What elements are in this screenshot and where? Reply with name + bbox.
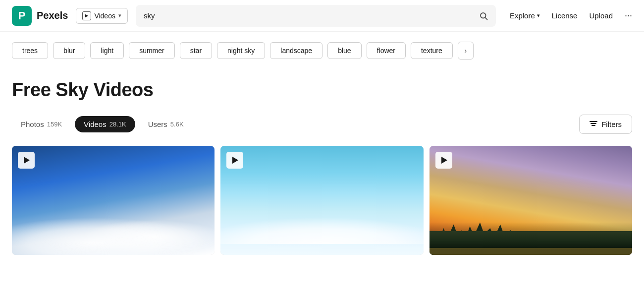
page-title: Free Sky Videos [12, 79, 632, 101]
photos-tab[interactable]: Photos 159K [12, 116, 71, 132]
more-options-button[interactable]: ··· [625, 10, 632, 21]
media-type-dropdown[interactable]: ▶ Videos ▾ [76, 8, 128, 24]
logo-text: Pexels [37, 10, 68, 21]
filters-button[interactable]: Filters [579, 115, 632, 134]
license-link[interactable]: License [552, 11, 578, 20]
filters-label: Filters [601, 120, 622, 128]
main-content: Free Sky Videos Photos 159K Videos 28.1K… [0, 69, 644, 255]
dropdown-chevron-icon: ▾ [118, 12, 121, 19]
logo[interactable]: P Pexels [12, 6, 68, 26]
photos-tab-count: 159K [47, 121, 62, 128]
water-reflection [429, 231, 632, 255]
users-tab-count: 5.6K [170, 121, 184, 128]
related-tags-row: trees blur light summer star night sky l… [0, 32, 644, 69]
play-icon-3 [441, 157, 447, 164]
tag-chip-summer[interactable]: summer [129, 42, 175, 59]
search-icon [479, 11, 488, 20]
play-button-2[interactable] [226, 152, 243, 169]
video-grid [12, 146, 632, 255]
explore-chevron-icon: ▾ [537, 12, 540, 19]
tag-chip-night-sky[interactable]: night sky [217, 42, 265, 59]
content-type-tabs: Photos 159K Videos 28.1K Users 5.6K Filt… [12, 115, 632, 134]
video-card-3[interactable] [429, 146, 632, 255]
tag-chip-star[interactable]: star [180, 42, 212, 59]
header: P Pexels ▶ Videos ▾ Explore ▾ License Up… [0, 0, 644, 32]
users-tab[interactable]: Users 5.6K [139, 116, 193, 132]
tag-chip-trees[interactable]: trees [12, 42, 48, 59]
videos-tab[interactable]: Videos 28.1K [75, 116, 135, 132]
play-button-1[interactable] [18, 152, 35, 169]
video-card-1[interactable] [12, 146, 215, 255]
play-button-3[interactable] [435, 152, 452, 169]
main-nav: Explore ▾ License Upload ··· [510, 10, 632, 21]
tags-next-button[interactable]: › [458, 42, 474, 60]
video-card-2[interactable] [220, 146, 423, 255]
tag-chip-blur[interactable]: blur [53, 42, 85, 59]
search-input[interactable] [144, 11, 474, 20]
search-button[interactable] [479, 11, 488, 20]
videos-tab-label: Videos [84, 120, 107, 128]
tag-chip-light[interactable]: light [90, 42, 124, 59]
svg-line-1 [485, 17, 487, 19]
filters-icon [590, 120, 597, 128]
video-type-icon: ▶ [82, 11, 91, 20]
tabs-list: Photos 159K Videos 28.1K Users 5.6K [12, 116, 193, 132]
upload-link[interactable]: Upload [589, 11, 613, 20]
play-icon-1 [24, 157, 30, 164]
tag-chip-flower[interactable]: flower [367, 42, 406, 59]
logo-icon: P [12, 6, 32, 26]
photos-tab-label: Photos [21, 120, 44, 128]
tags-next-icon: › [464, 47, 467, 55]
media-type-label: Videos [94, 12, 115, 20]
tag-chip-texture[interactable]: texture [411, 42, 453, 59]
tag-chip-landscape[interactable]: landscape [270, 42, 322, 59]
users-tab-label: Users [148, 120, 167, 128]
tag-chip-blue[interactable]: blue [327, 42, 361, 59]
play-icon-2 [232, 157, 238, 164]
videos-tab-count: 28.1K [109, 121, 126, 128]
explore-link[interactable]: Explore ▾ [510, 11, 540, 20]
search-bar [136, 5, 496, 27]
